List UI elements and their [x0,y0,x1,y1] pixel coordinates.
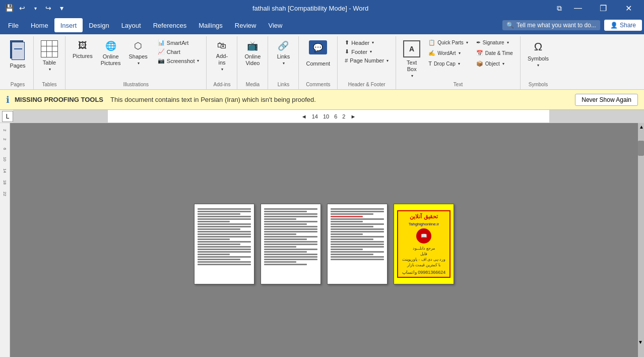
ribbon-group-comments: 💬 Comment Comments [299,36,338,89]
scroll-up-button[interactable]: ▲ [638,123,644,131]
wordart-button[interactable]: ✍ WordArt ▾ [425,49,471,57]
addins-button[interactable]: 🛍 Add-ins ▾ [211,38,233,74]
tell-me-search[interactable]: 🔍 Tell me what you want to do... [502,20,600,30]
line [331,239,373,240]
menu-references[interactable]: References [147,18,192,32]
shapes-icon: ⬡ [134,40,142,51]
ad-content: تحقیق آنلاین Tahghighonline.ir 📖 مرجع دا… [397,210,450,278]
page-number-dropdown-arrow: ▾ [387,58,389,63]
page-number-button[interactable]: # Page Number ▾ [342,56,392,65]
signature-icon: ✒ [476,39,481,46]
pages-button[interactable]: Pages [6,38,29,71]
document-canvas[interactable]: تحقیق آنلاین Tahghighonline.ir 📖 مرجع دا… [10,123,638,357]
menu-file[interactable]: File [2,18,25,32]
line [198,233,251,235]
screenshot-icon: 📷 [158,57,165,64]
search-placeholder: Tell me what you want to do... [517,22,596,29]
line [264,228,317,230]
restore-button[interactable]: ❐ [592,0,615,16]
online-pictures-button[interactable]: 🌐 Online Pictures [98,38,124,69]
line [264,244,317,245]
menu-review[interactable]: Review [229,18,263,32]
page-thumbnail-2[interactable] [261,204,321,284]
menu-home[interactable]: Home [25,18,54,32]
text-extra-col: ✒ Signature ▾ 📅 Date & Time 📦 Object ▾ [473,38,516,68]
header-footer-group-label: Header & Footer [348,82,385,87]
minimize-button[interactable]: — [566,0,590,16]
text-box-button[interactable]: A TextBox ▾ [400,38,423,80]
horizontal-ruler: ◄ 14 10 6 2 ► [13,110,644,123]
line [198,254,230,255]
ad-phone: 09981366624 واتساپ [400,270,447,275]
screenshot-button[interactable]: 📷 Screenshot ▾ [155,56,203,65]
line [198,251,251,253]
line [331,241,384,243]
scroll-down-button[interactable]: ▼ [637,338,644,346]
restore-icon[interactable]: ⧉ [554,3,564,13]
line [331,221,363,222]
ad-line3: ورد-پی دی اف - پاورپوینت [400,257,447,262]
symbols-icon: Ω [534,40,542,53]
online-video-button[interactable]: 📺 OnlineVideo [241,38,264,69]
date-time-button[interactable]: 📅 Date & Time [473,49,516,57]
share-button[interactable]: 👤 Share [604,20,642,31]
pictures-button[interactable]: 🖼 Pictures [70,38,96,62]
ruler-left-arrow[interactable]: ◄ [301,113,307,120]
ribbon-group-addins: 🛍 Add-ins ▾ Add-ins [207,36,237,89]
dropcap-button[interactable]: T Drop Cap ▾ [425,60,471,68]
table-button[interactable]: Table ▾ [38,38,61,74]
menu-insert[interactable]: Insert [54,18,83,32]
comment-button[interactable]: 💬 Comment [303,38,333,69]
customize-icon[interactable]: ▾ [56,3,67,13]
page-thumbnail-4[interactable]: تحقیق آنلاین Tahghighonline.ir 📖 مرجع دا… [394,204,454,284]
line [264,241,317,243]
ribbon-group-links: 🔗 Links ▾ Links [268,36,299,89]
scroll-thumb[interactable] [638,141,644,156]
tab-stop-selector[interactable]: L [2,111,13,122]
page-thumbnail-3[interactable] [327,204,388,284]
signature-button[interactable]: ✒ Signature ▾ [473,38,516,47]
menu-mailings[interactable]: Mailings [192,18,229,32]
line [198,261,251,263]
quick-parts-button[interactable]: 📋 Quick Parts ▾ [425,38,471,47]
menu-view[interactable]: View [262,18,288,32]
line [198,256,251,258]
notification-title: MISSING PROOFING TOOLS [15,96,103,103]
line [331,246,384,248]
footer-button[interactable]: ⬇ Footer ▾ [342,47,392,56]
chart-button[interactable]: 📈 Chart [155,47,203,56]
menu-layout[interactable]: Layout [115,18,147,32]
line [198,239,230,240]
smartart-button[interactable]: 📊 SmartArt [155,38,203,47]
save-icon[interactable]: 💾 [4,3,14,13]
line [264,236,317,237]
ruler-right-arrow[interactable]: ► [350,113,356,120]
ruler-num-2: 2 [342,113,345,120]
close-button[interactable]: ✕ [617,0,640,16]
table-icon [41,40,58,57]
undo-icon[interactable]: ↩ [17,3,27,13]
line [331,259,384,260]
header-button[interactable]: ⬆ Header ▾ [342,38,392,47]
symbols-button[interactable]: Ω Symbols ▾ [525,38,552,70]
line [264,208,317,210]
object-dropdown-arrow: ▾ [502,62,504,66]
menu-design[interactable]: Design [83,18,115,32]
shapes-button[interactable]: ⬡ Shapes ▾ [126,38,151,68]
object-button[interactable]: 📦 Object ▾ [473,60,516,68]
page-thumbnail-1[interactable] [194,204,254,284]
symbols-dropdown-arrow: ▾ [537,63,539,68]
links-button[interactable]: 🔗 Links ▾ [272,38,294,68]
undo-dropdown-icon[interactable]: ▾ [30,3,40,13]
redo-icon[interactable]: ↪ [43,3,53,13]
ruler-num-14: 14 [312,113,318,120]
online-video-icon: 📺 [247,40,258,51]
screenshot-dropdown-arrow: ▾ [197,58,199,63]
wordart-dropdown-arrow: ▾ [459,51,461,55]
chart-icon: 📈 [158,48,165,55]
line [331,236,384,237]
never-show-again-button[interactable]: Never Show Again [575,94,638,106]
pictures-icon: 🖼 [78,40,87,51]
line [264,231,317,232]
vertical-scrollbar[interactable]: ▲ ▼ [638,123,644,357]
